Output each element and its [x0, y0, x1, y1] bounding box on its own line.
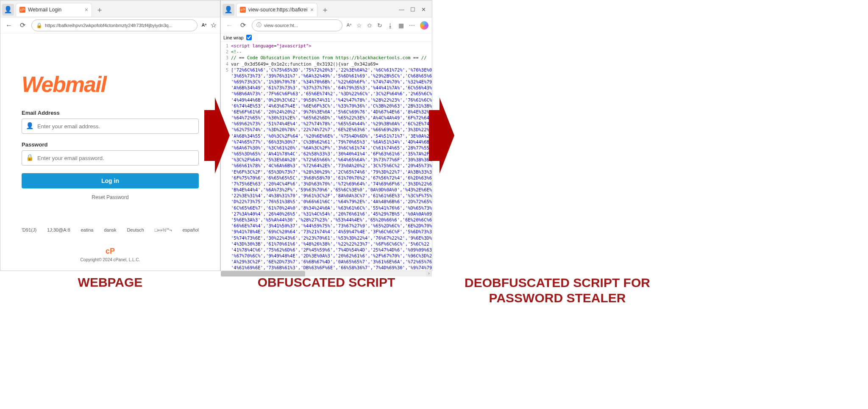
new-tab-button[interactable]: ＋	[319, 4, 331, 16]
minimize-icon[interactable]: —	[399, 6, 404, 13]
address-bar-left: ← ⟳ 🔒 https://bafkreihpvn2wkpofobf4ctonb…	[0, 17, 220, 33]
profile-icon[interactable]: 👤	[223, 4, 234, 16]
arrow-icon	[429, 97, 454, 174]
more-icon[interactable]: ⋯	[409, 22, 415, 29]
favorites-icon[interactable]: ✩	[367, 22, 372, 29]
person-icon: 👤	[26, 122, 34, 130]
lang-item[interactable]: 'D91(J)	[22, 227, 36, 232]
refresh-icon[interactable]: ⟳	[239, 20, 248, 30]
cpanel-logo: cP	[22, 247, 199, 256]
email-label: Email Address	[22, 110, 199, 116]
back-icon[interactable]: ←	[4, 21, 14, 30]
reading-icon[interactable]: Aᵃ	[347, 22, 351, 28]
new-tab-button[interactable]: ＋	[94, 4, 106, 16]
address-bar-mid: ← ⟳ ⓘ view-source:ht... Aᵃ ☆ ✩ ↻ ⭳ ▦ ⋯	[221, 17, 432, 33]
lang-item[interactable]: español	[182, 227, 199, 232]
profile-icon[interactable]: 👤	[2, 4, 14, 16]
scroll-right-icon[interactable]: ›	[426, 271, 432, 276]
tab-title: view-source:https://bafkreihpvn2	[248, 7, 308, 13]
cpanel-favicon: cP	[19, 7, 25, 13]
source-panel: 👤 cP view-source:https://bafkreihpvn2 × …	[220, 0, 432, 271]
svg-marker-1	[429, 97, 454, 174]
lang-item[interactable]: Deutsch	[127, 227, 144, 232]
download-icon[interactable]: ⭳	[387, 22, 393, 29]
caption-obfuscated: OBFUSCATED SCRIPT	[233, 275, 420, 290]
history-icon[interactable]: ↻	[377, 22, 382, 29]
password-field[interactable]	[22, 150, 199, 166]
tab-title: Webmail Login	[28, 7, 61, 13]
webmail-page: Webmail Email Address 👤 Password 🔒 Log i…	[0, 33, 220, 271]
cpanel-favicon: cP	[240, 7, 246, 13]
caption-deobfuscated: DEOBFUSCATED SCRIPT FOR PASSWORD STEALER	[453, 275, 661, 306]
window-controls: — ☐ ✕	[399, 6, 430, 13]
language-row: 'D91(J) 1J;30@A:8 eatina dansk Deutsch □…	[22, 202, 199, 232]
svg-marker-0	[204, 97, 230, 174]
copilot-icon[interactable]	[420, 21, 428, 30]
url-input[interactable]: ⓘ view-source:ht...	[252, 19, 342, 31]
info-icon: ⓘ	[256, 22, 262, 29]
reset-password-link[interactable]: Reset Password	[22, 194, 199, 200]
lock-icon: 🔒	[26, 154, 34, 161]
source-code: 1<script language="javascript">2<!--3// …	[221, 42, 432, 271]
extensions-icon[interactable]: ▦	[398, 22, 404, 29]
webmail-logo: Webmail	[22, 72, 199, 97]
password-label: Password	[22, 141, 199, 148]
back-icon[interactable]: ←	[224, 21, 234, 30]
lang-item[interactable]: eatina	[81, 227, 93, 232]
lock-icon: 🔒	[36, 22, 42, 28]
email-field[interactable]	[22, 119, 199, 134]
lang-item[interactable]: 1J;30@A:8	[47, 227, 70, 232]
url-text: https://bafkreihpvn2wkpofobf4ctonbmzty24…	[45, 23, 172, 28]
url-input[interactable]: 🔒 https://bafkreihpvn2wkpofobf4ctonbmzty…	[31, 19, 198, 31]
line-wrap-checkbox[interactable]	[246, 35, 252, 40]
line-wrap-label: Line wrap	[223, 35, 244, 40]
refresh-icon[interactable]: ⟳	[18, 20, 27, 30]
tab-bar-mid: 👤 cP view-source:https://bafkreihpvn2 × …	[221, 0, 432, 17]
lang-item[interactable]: □»»½'°¬	[155, 227, 172, 232]
caption-webpage: WEBPAGE	[64, 275, 157, 290]
source-toolbar: Line wrap	[221, 33, 432, 42]
login-button[interactable]: Log in	[22, 173, 199, 188]
lang-item[interactable]: dansk	[104, 227, 116, 232]
close-window-icon[interactable]: ✕	[421, 6, 426, 13]
tab-viewsource[interactable]: cP view-source:https://bafkreihpvn2 ×	[236, 3, 317, 17]
close-icon[interactable]: ×	[310, 6, 314, 13]
copyright-text: Copyright© 2024 cPanel, L.L.C.	[22, 257, 199, 262]
tab-webmail[interactable]: cP Webmail Login ×	[16, 3, 92, 17]
arrow-icon	[204, 97, 230, 174]
maximize-icon[interactable]: ☐	[410, 6, 415, 13]
webpage-panel: 👤 cP Webmail Login × ＋ ← ⟳ 🔒 https://baf…	[0, 0, 220, 271]
close-icon[interactable]: ×	[85, 6, 88, 13]
star-icon[interactable]: ☆	[211, 21, 217, 29]
star-icon[interactable]: ☆	[356, 22, 362, 29]
url-text: view-source:ht...	[264, 23, 298, 28]
reading-icon[interactable]: Aᵃ	[202, 22, 206, 28]
tab-bar-left: 👤 cP Webmail Login × ＋	[0, 0, 220, 17]
